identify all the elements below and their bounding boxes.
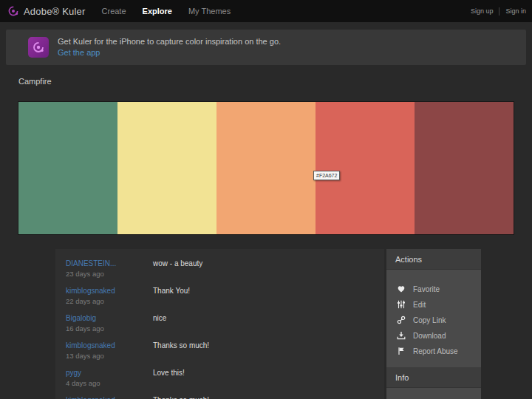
action-label: Edit	[413, 301, 426, 309]
comment-item: pygy Love this! 4 days ago	[66, 369, 384, 387]
comment-text: Love this!	[153, 369, 185, 377]
comment-username[interactable]: kimblogsnaked	[66, 287, 153, 295]
info-panel	[386, 388, 481, 399]
action-label: Report Abuse	[413, 347, 458, 355]
color-swatch-1[interactable]	[18, 102, 117, 234]
comment-timestamp: 16 days ago	[66, 324, 384, 332]
auth-divider	[499, 7, 499, 16]
comment-timestamp: 13 days ago	[66, 352, 384, 360]
auth-links: Sign up Sign in	[471, 0, 526, 22]
comment-username[interactable]: DIANESTEIN...	[66, 259, 153, 267]
color-swatch-4[interactable]	[316, 102, 415, 234]
action-label: Copy Link	[413, 316, 446, 324]
comment-username[interactable]: pygy	[66, 369, 153, 377]
favorite-button[interactable]: Favorite	[386, 282, 481, 296]
color-swatch-2[interactable]	[117, 102, 216, 234]
comment-text: wow - a beauty	[153, 259, 202, 267]
theme-title: Campfire	[18, 77, 52, 86]
comment-text: nice	[153, 314, 166, 322]
link-icon	[396, 316, 406, 325]
sliders-icon	[396, 300, 406, 310]
heart-icon	[396, 284, 406, 294]
download-button[interactable]: Download	[386, 328, 481, 343]
sign-up-link[interactable]: Sign up	[471, 7, 494, 15]
comment-item: DIANESTEIN... wow - a beauty 23 days ago	[66, 259, 384, 278]
copy-link-button[interactable]: Copy Link	[386, 313, 481, 327]
kuler-app-icon	[28, 37, 49, 58]
color-palette: #F2A672	[18, 101, 514, 235]
comment-item: kimblogsnaked Thanks so much!	[66, 396, 384, 399]
flag-icon	[396, 347, 406, 356]
actions-panel: Favorite Edit	[386, 270, 481, 367]
report-abuse-button[interactable]: Report Abuse	[386, 344, 481, 358]
edit-button[interactable]: Edit	[386, 297, 481, 312]
banner-copy: Get Kuler for the iPhone to capture colo…	[58, 36, 281, 58]
kuler-logo-icon	[7, 5, 19, 17]
actions-panel-header: Actions	[386, 249, 481, 270]
action-label: Download	[413, 332, 446, 340]
iphone-promo-banner: Get Kuler for the iPhone to capture colo…	[6, 30, 526, 65]
nav-create[interactable]: Create	[102, 7, 126, 16]
comment-text: Thank You!	[153, 287, 190, 295]
sign-in-link[interactable]: Sign in	[505, 7, 526, 15]
color-hex-tooltip: #F2A672	[313, 171, 340, 180]
comment-item: Bigalobig nice 16 days ago	[66, 314, 384, 332]
comment-text: Thanks so much!	[153, 341, 209, 349]
top-bar: Adobe® Kuler Create Explore My Themes Si…	[0, 0, 532, 22]
main-nav: Create Explore My Themes	[102, 7, 248, 16]
nav-my-themes[interactable]: My Themes	[188, 7, 231, 16]
comment-item: kimblogsnaked Thank You! 22 days ago	[66, 287, 384, 305]
right-rail: Actions Favorite	[386, 249, 481, 399]
get-the-app-link[interactable]: Get the app	[58, 47, 281, 58]
color-swatch-5[interactable]	[415, 102, 514, 234]
action-label: Favorite	[413, 285, 440, 293]
comment-username[interactable]: kimblogsnaked	[66, 396, 153, 399]
comment-timestamp: 4 days ago	[66, 379, 384, 387]
kuler-home-link[interactable]: Adobe® Kuler	[7, 5, 86, 17]
comment-timestamp: 23 days ago	[66, 270, 384, 278]
comments-list: DIANESTEIN... wow - a beauty 23 days ago…	[55, 249, 384, 399]
comment-item: kimblogsnaked Thanks so much! 13 days ag…	[66, 341, 384, 360]
color-swatch-3[interactable]	[216, 102, 316, 234]
nav-explore[interactable]: Explore	[143, 7, 172, 16]
brand-name: Adobe® Kuler	[24, 6, 86, 17]
comment-username[interactable]: Bigalobig	[66, 314, 153, 322]
comment-timestamp: 22 days ago	[66, 297, 384, 305]
info-panel-header: Info	[386, 367, 481, 388]
comment-text: Thanks so much!	[153, 396, 209, 399]
download-icon	[396, 331, 406, 341]
comment-username[interactable]: kimblogsnaked	[66, 341, 153, 349]
banner-text: Get Kuler for the iPhone to capture colo…	[58, 36, 281, 47]
